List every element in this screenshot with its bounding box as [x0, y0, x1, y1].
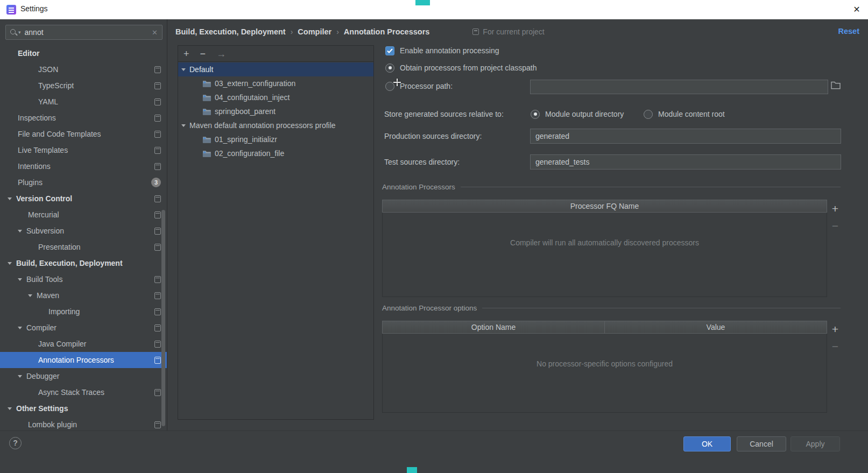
processors-table-body[interactable]: Compiler will run all automatically disc…	[382, 213, 827, 297]
search-box[interactable]: ▾ ✕	[5, 25, 163, 40]
sidebar-item-async-stack-traces[interactable]: Async Stack Traces	[0, 384, 167, 400]
module-output-directory-radio[interactable]: Module output directory	[531, 108, 624, 121]
ok-button[interactable]: OK	[683, 436, 731, 451]
sidebar-item-compiler[interactable]: Compiler	[0, 320, 167, 336]
sidebar-item-presentation[interactable]: Presentation	[0, 239, 167, 255]
sidebar-item-live-templates[interactable]: Live Templates	[0, 142, 167, 158]
processor-path-input[interactable]	[531, 83, 828, 91]
test-sources-field[interactable]	[530, 154, 841, 170]
profile-item-springboot-parent[interactable]: springboot_parent	[178, 104, 373, 118]
sidebar-item-other-settings[interactable]: Other Settings	[0, 400, 167, 416]
annotation-processors-section-title: Annotation Processors	[382, 183, 455, 191]
add-option-button[interactable]: +	[830, 324, 841, 335]
options-table-body[interactable]: No processor-specific options configured	[382, 334, 827, 413]
breadcrumb: Build, Execution, Deployment › Compiler …	[175, 26, 545, 38]
profile-label: springboot_parent	[215, 107, 276, 116]
sidebar-scrollbar[interactable]	[161, 210, 165, 426]
profile-group-default[interactable]: Default	[178, 62, 373, 76]
chevron-down-icon[interactable]	[18, 375, 22, 378]
sidebar-item-label: Lombok plugin	[28, 420, 77, 429]
module-folder-icon	[202, 80, 211, 87]
chevron-down-icon[interactable]	[181, 124, 186, 127]
add-profile-button[interactable]: +	[184, 49, 189, 59]
search-history-chevron-icon[interactable]: ▾	[18, 30, 21, 35]
obtain-processors-radio[interactable]: Obtain processors from project classpath	[385, 61, 537, 74]
sidebar-item-java-compiler[interactable]: Java Compiler	[0, 336, 167, 352]
chevron-down-icon[interactable]	[28, 294, 32, 297]
breadcrumb-item-build-execution-deployment[interactable]: Build, Execution, Deployment	[175, 27, 286, 36]
option-name-header[interactable]: Option Name	[383, 321, 605, 333]
test-sources-input[interactable]	[531, 158, 841, 166]
chevron-down-icon[interactable]	[8, 262, 12, 265]
window-title: Settings	[20, 4, 48, 13]
profile-item-04-configutaion-inject[interactable]: 04_configutaion_inject	[178, 90, 373, 104]
sidebar-item-label: Debugger	[26, 372, 60, 380]
sidebar-item-label: JSON	[38, 65, 58, 74]
cancel-button[interactable]: Cancel	[737, 436, 786, 451]
production-sources-input[interactable]	[531, 132, 841, 140]
remove-processor-button[interactable]: −	[830, 221, 841, 231]
chevron-down-icon[interactable]	[18, 327, 22, 329]
close-button[interactable]: ✕	[849, 2, 865, 18]
sidebar-item-annotation-processors[interactable]: Annotation Processors	[0, 352, 167, 368]
sidebar-item-file-and-code-templates[interactable]: File and Code Templates	[0, 126, 167, 142]
sidebar-item-mercurial[interactable]: Mercurial	[0, 207, 167, 223]
sidebar-item-subversion[interactable]: Subversion	[0, 223, 167, 239]
browse-folder-button[interactable]	[831, 81, 841, 90]
sidebar-item-lombok-plugin[interactable]: Lombok plugin	[0, 416, 167, 430]
settings-sidebar: ▾ ✕ EditorJSONTypeScriptYAMLInspectionsF…	[0, 19, 167, 430]
help-button[interactable]: ?	[9, 437, 22, 449]
processor-fq-name-header[interactable]: Processor FQ Name	[383, 200, 827, 212]
chevron-down-icon[interactable]	[18, 230, 22, 232]
count-badge: 3	[151, 178, 161, 187]
module-content-root-radio[interactable]: Module content root	[644, 108, 725, 121]
chevron-down-icon[interactable]	[18, 278, 22, 281]
sidebar-item-build-execution-deployment[interactable]: Build, Execution, Deployment	[0, 255, 167, 271]
remove-profile-button[interactable]: −	[200, 49, 206, 59]
sidebar-item-debugger[interactable]: Debugger	[0, 368, 167, 384]
profile-label: Default	[189, 65, 213, 74]
move-to-profile-button[interactable]: →	[216, 49, 226, 59]
sidebar-item-label: TypeScript	[38, 81, 74, 90]
production-sources-label: Production sources directory:	[384, 132, 482, 140]
enable-annotation-processing-checkbox[interactable]: Enable annotation processing	[385, 44, 499, 57]
apply-button[interactable]: Apply	[791, 436, 840, 451]
sidebar-item-json[interactable]: JSON	[0, 61, 167, 77]
option-value-header[interactable]: Value	[605, 321, 827, 333]
annotation-processors-section: Annotation Processors	[382, 183, 841, 191]
search-input[interactable]	[25, 28, 149, 37]
profile-item-02-configuration-file[interactable]: 02_configuration_file	[178, 146, 373, 160]
sidebar-item-yaml[interactable]: YAML	[0, 94, 167, 110]
clear-search-icon[interactable]: ✕	[152, 29, 158, 37]
sidebar-item-maven[interactable]: Maven	[0, 287, 167, 303]
profile-item-01-spring-initializr[interactable]: 01_spring_initializr	[178, 132, 373, 146]
screen-artifact	[415, 0, 430, 5]
processor-path-radio[interactable]: Processor path:	[385, 80, 453, 93]
breadcrumb-item-annotation-processors[interactable]: Annotation Processors	[344, 27, 430, 36]
chevron-down-icon[interactable]	[8, 407, 12, 410]
breadcrumb-item-compiler[interactable]: Compiler	[298, 27, 331, 36]
production-sources-field[interactable]	[530, 129, 841, 144]
settings-page-icon	[154, 292, 161, 299]
sidebar-item-label: Subversion	[26, 227, 64, 235]
sidebar-item-label: Java Compiler	[38, 340, 86, 348]
row-trailing	[154, 131, 161, 138]
sidebar-item-importing[interactable]: Importing	[0, 303, 167, 320]
sidebar-item-typescript[interactable]: TypeScript	[0, 77, 167, 94]
reset-link[interactable]: Reset	[838, 27, 860, 36]
sidebar-item-plugins[interactable]: Plugins3	[0, 174, 167, 190]
profile-item-03-extern-configuration[interactable]: 03_extern_configuration	[178, 76, 373, 90]
module-folder-icon	[202, 150, 211, 157]
sidebar-item-build-tools[interactable]: Build Tools	[0, 271, 167, 287]
remove-option-button[interactable]: −	[830, 341, 841, 352]
chevron-down-icon[interactable]	[181, 68, 186, 71]
options-table: Option Name Value No processor-specific …	[382, 321, 827, 413]
sidebar-item-inspections[interactable]: Inspections	[0, 110, 167, 126]
profile-group-maven-default-annotation-processors-profile[interactable]: Maven default annotation processors prof…	[178, 118, 373, 132]
sidebar-item-version-control[interactable]: Version Control	[0, 190, 167, 207]
add-processor-button[interactable]: +	[830, 203, 841, 214]
sidebar-item-editor[interactable]: Editor	[0, 45, 167, 61]
processor-path-field[interactable]	[530, 80, 828, 94]
sidebar-item-intentions[interactable]: Intentions	[0, 158, 167, 174]
chevron-down-icon[interactable]	[8, 197, 12, 200]
